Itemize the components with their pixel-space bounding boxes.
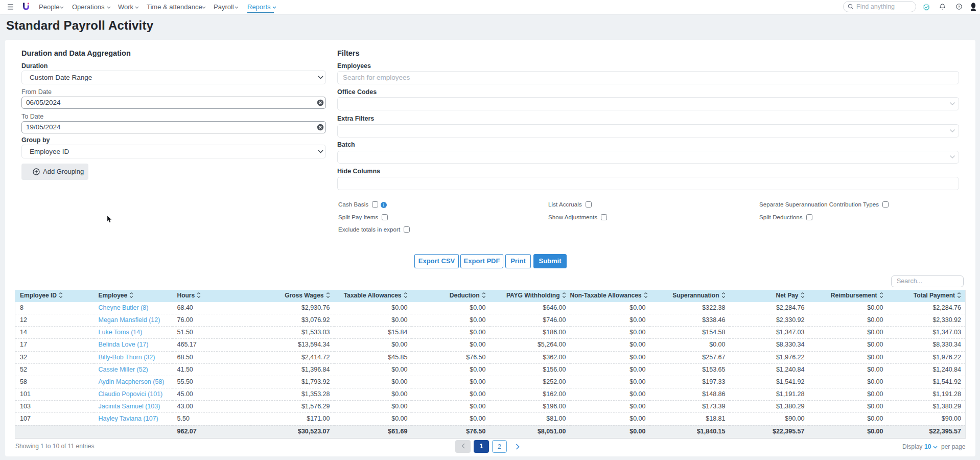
- svg-text:?: ?: [958, 5, 960, 9]
